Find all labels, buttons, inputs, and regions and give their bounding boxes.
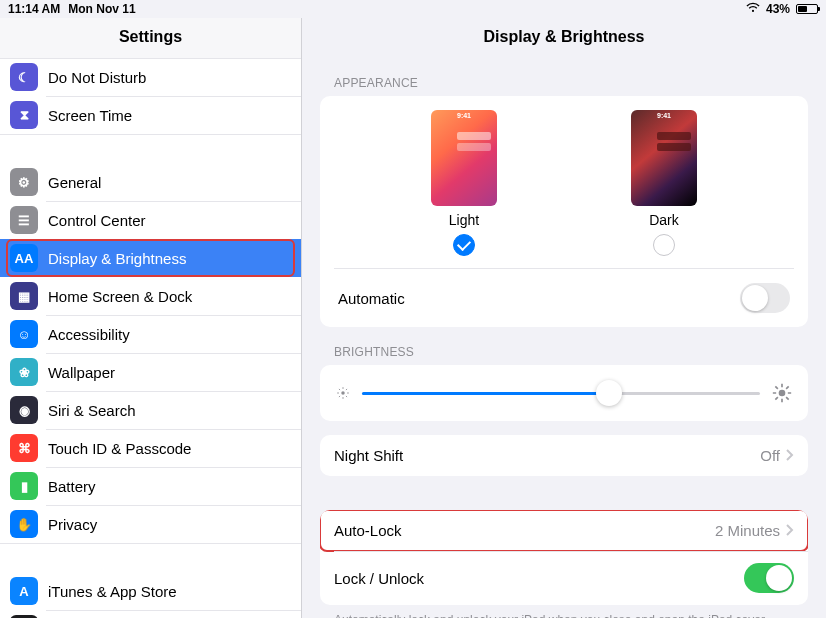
sidebar-item-label: Touch ID & Passcode (48, 440, 191, 457)
sidebar-item-privacy[interactable]: ✋Privacy (0, 505, 301, 543)
sidebar-icon: AA (10, 244, 38, 272)
dark-label: Dark (594, 212, 734, 228)
sidebar-item-general[interactable]: ⚙General (0, 163, 301, 201)
sidebar-icon: ✋ (10, 510, 38, 538)
brightness-low-icon (336, 386, 350, 400)
status-date: Mon Nov 11 (68, 2, 135, 16)
sidebar-icon: ◉ (10, 396, 38, 424)
sidebar-icon: ☺ (10, 320, 38, 348)
lock-unlock-row: Lock / Unlock (320, 551, 808, 605)
sidebar-icon: ⚙ (10, 168, 38, 196)
wifi-icon (746, 2, 760, 17)
svg-line-5 (339, 389, 340, 390)
sidebar-item-label: Control Center (48, 212, 146, 229)
appearance-header: APPEARANCE (302, 58, 826, 96)
brightness-high-icon (772, 383, 792, 403)
detail-title: Display & Brightness (302, 18, 826, 58)
auto-lock-value: 2 Minutes (715, 522, 780, 539)
sidebar-icon: ⌘ (10, 434, 38, 462)
sidebar-item-label: General (48, 174, 101, 191)
sidebar-item-label: iTunes & App Store (48, 583, 177, 600)
sidebar-item-label: Battery (48, 478, 96, 495)
sidebar-item-display-brightness[interactable]: AADisplay & Brightness (0, 239, 301, 277)
sidebar-icon: ☰ (10, 206, 38, 234)
lock-unlock-label: Lock / Unlock (334, 570, 424, 587)
automatic-label: Automatic (338, 290, 405, 307)
svg-point-0 (341, 391, 345, 395)
battery-percent: 43% (766, 2, 790, 16)
status-time: 11:14 AM (8, 2, 60, 16)
sidebar-item-label: Do Not Disturb (48, 69, 146, 86)
svg-line-7 (339, 396, 340, 397)
sidebar-item-label: Accessibility (48, 326, 130, 343)
lock-footnote: Automatically lock and unlock your iPad … (302, 605, 826, 618)
appearance-light-option[interactable]: 9:41 Light (394, 110, 534, 256)
sidebar-icon: ▮ (10, 472, 38, 500)
night-shift-value: Off (760, 447, 780, 464)
sidebar-item-control-center[interactable]: ☰Control Center (0, 201, 301, 239)
appearance-card: 9:41 Light 9:41 Dark Automatic (320, 96, 808, 327)
sidebar-item-touch-id-passcode[interactable]: ⌘Touch ID & Passcode (0, 429, 301, 467)
sidebar-item-label: Home Screen & Dock (48, 288, 192, 305)
sidebar-item-label: Screen Time (48, 107, 132, 124)
sidebar-item-wallpaper[interactable]: ❀Wallpaper (0, 353, 301, 391)
sidebar-icon: ❀ (10, 358, 38, 386)
brightness-slider[interactable] (362, 392, 760, 395)
svg-line-6 (346, 396, 347, 397)
sidebar-item-wallet-apple-pay[interactable]: ▭Wallet & Apple Pay (0, 610, 301, 618)
automatic-toggle[interactable] (740, 283, 790, 313)
detail-pane: Display & Brightness APPEARANCE 9:41 Lig… (302, 18, 826, 618)
auto-lock-row[interactable]: Auto-Lock 2 Minutes (320, 510, 808, 551)
sidebar-item-do-not-disturb[interactable]: ☾Do Not Disturb (0, 58, 301, 96)
svg-line-17 (786, 386, 789, 389)
status-bar: 11:14 AM Mon Nov 11 43% (0, 0, 826, 18)
svg-line-16 (775, 397, 778, 400)
sidebar-item-label: Siri & Search (48, 402, 136, 419)
svg-line-15 (786, 397, 789, 400)
light-radio[interactable] (453, 234, 475, 256)
sidebar-item-label: Wallpaper (48, 364, 115, 381)
dark-radio[interactable] (653, 234, 675, 256)
sidebar-item-siri-search[interactable]: ◉Siri & Search (0, 391, 301, 429)
svg-line-8 (346, 389, 347, 390)
auto-lock-label: Auto-Lock (334, 522, 402, 539)
brightness-header: BRIGHTNESS (302, 327, 826, 365)
chevron-right-icon (786, 447, 794, 464)
settings-sidebar: Settings ☾Do Not Disturb⧗Screen Time ⚙Ge… (0, 18, 302, 618)
sidebar-item-battery[interactable]: ▮Battery (0, 467, 301, 505)
lock-unlock-toggle[interactable] (744, 563, 794, 593)
brightness-card (320, 365, 808, 421)
sidebar-icon: ☾ (10, 63, 38, 91)
sidebar-item-itunes-app-store[interactable]: AiTunes & App Store (0, 572, 301, 610)
battery-icon (796, 4, 818, 14)
light-preview: 9:41 (431, 110, 497, 206)
chevron-right-icon (786, 522, 794, 539)
sidebar-icon: A (10, 577, 38, 605)
sidebar-item-screen-time[interactable]: ⧗Screen Time (0, 96, 301, 134)
appearance-dark-option[interactable]: 9:41 Dark (594, 110, 734, 256)
sidebar-item-label: Privacy (48, 516, 97, 533)
sidebar-title: Settings (0, 18, 301, 58)
svg-line-14 (775, 386, 778, 389)
night-shift-row[interactable]: Night Shift Off (320, 435, 808, 476)
sidebar-item-accessibility[interactable]: ☺Accessibility (0, 315, 301, 353)
svg-point-9 (779, 390, 786, 397)
sidebar-item-home-screen-dock[interactable]: ▦Home Screen & Dock (0, 277, 301, 315)
light-label: Light (394, 212, 534, 228)
night-shift-label: Night Shift (334, 447, 403, 464)
sidebar-icon: ▦ (10, 282, 38, 310)
sidebar-icon: ⧗ (10, 101, 38, 129)
sidebar-item-label: Display & Brightness (48, 250, 186, 267)
dark-preview: 9:41 (631, 110, 697, 206)
